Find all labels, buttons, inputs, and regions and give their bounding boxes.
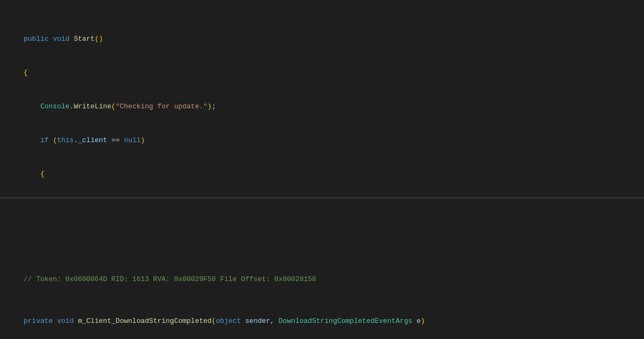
line-code: if (this._client == null) xyxy=(21,136,644,145)
code-line[interactable]: // Token: 0x0600064D RID: 1613 RVA: 0x00… xyxy=(0,275,644,284)
line-number xyxy=(0,233,21,242)
line-number xyxy=(0,102,21,112)
line-code: // Token: 0x0600064D RID: 1613 RVA: 0x00… xyxy=(21,275,644,284)
top-code-content: public void Start() { Console.WriteLine(… xyxy=(0,0,644,198)
code-line[interactable]: if (this._client == null) xyxy=(0,136,644,145)
line-code: { xyxy=(21,68,644,78)
line-number xyxy=(0,34,21,44)
code-editor: public void Start() { Console.WriteLine(… xyxy=(0,0,644,339)
code-line[interactable]: { xyxy=(0,68,644,78)
code-line[interactable]: private void m_Client_DownloadStringComp… xyxy=(0,316,644,326)
bottom-code-content: // Token: 0x0600064D RID: 1613 RVA: 0x00… xyxy=(0,198,644,339)
line-number xyxy=(0,170,21,179)
line-number xyxy=(0,316,21,326)
line-code xyxy=(21,233,644,242)
code-line[interactable]: public void Start() xyxy=(0,34,644,44)
code-line[interactable] xyxy=(0,233,644,242)
code-line[interactable]: Console.WriteLine("Checking for update."… xyxy=(0,102,644,112)
line-code: public void Start() xyxy=(21,34,644,44)
line-code: Console.WriteLine("Checking for update."… xyxy=(21,102,644,112)
code-line[interactable]: { xyxy=(0,170,644,179)
line-number xyxy=(0,68,21,78)
bottom-code-panel: // Token: 0x0600064D RID: 1613 RVA: 0x00… xyxy=(0,198,644,339)
line-number xyxy=(0,136,21,145)
line-code: { xyxy=(21,170,644,179)
line-code: private void m_Client_DownloadStringComp… xyxy=(21,316,644,326)
line-number xyxy=(0,275,21,284)
top-code-panel: public void Start() { Console.WriteLine(… xyxy=(0,0,644,198)
